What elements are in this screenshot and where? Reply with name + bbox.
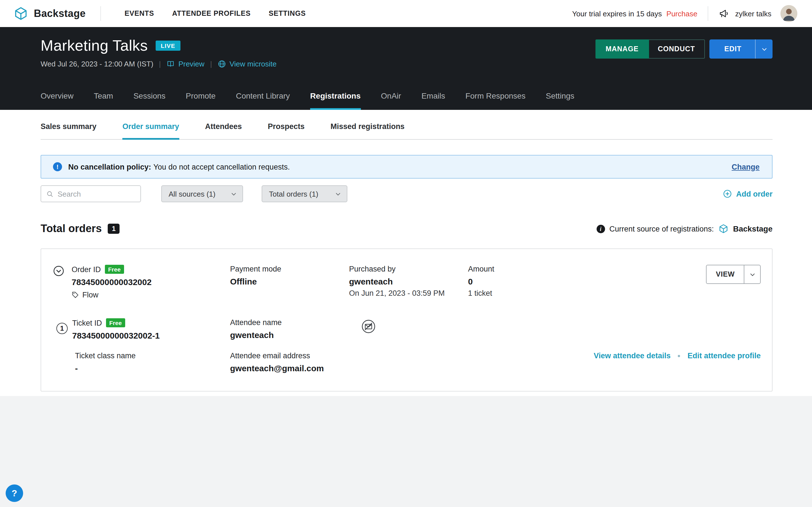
cancellation-policy-banner: ! No cancellation policy:You do not acce… <box>41 155 772 179</box>
conduct-button[interactable]: CONDUCT <box>649 40 705 59</box>
filters-row: All sources (1) Total orders (1) Add ord… <box>41 185 772 202</box>
chevron-down-icon <box>335 191 341 197</box>
navbar-divider <box>707 6 708 21</box>
tab-form-responses[interactable]: Form Responses <box>465 91 525 110</box>
ticket-id-value: 78345000000032002-1 <box>72 331 160 340</box>
subtab-missed-registrations[interactable]: Missed registrations <box>331 122 405 139</box>
ticket-class-label: Ticket class name <box>75 351 230 360</box>
amount-block: Amount 0 1 ticket <box>468 265 706 297</box>
change-policy-link[interactable]: Change <box>732 163 760 171</box>
edit-attendee-profile-link[interactable]: Edit attendee profile <box>688 351 761 360</box>
meta-separator: | <box>159 60 161 68</box>
view-microsite-label: View microsite <box>230 60 276 68</box>
tab-sessions[interactable]: Sessions <box>133 91 165 110</box>
ticket-row: 1 Ticket ID Free 78345000000032002-1 Att… <box>53 318 761 340</box>
tab-team[interactable]: Team <box>94 91 113 110</box>
orders-section-head: Total orders 1 i Current source of regis… <box>41 223 772 235</box>
avatar-photo <box>780 5 797 22</box>
tab-emails[interactable]: Emails <box>421 91 445 110</box>
event-datetime: Wed Jul 26, 2023 - 12:00 AM (IST) <box>41 60 153 68</box>
view-microsite-link[interactable]: View microsite <box>218 60 276 68</box>
source-label: Current source of registrations: <box>609 224 714 233</box>
navbar-divider <box>100 6 101 21</box>
nav-item-events[interactable]: EVENTS <box>124 10 154 17</box>
ticket-index-badge: 1 <box>56 323 68 334</box>
ticket-class-block: Ticket class name - <box>53 351 230 373</box>
portal-name: zylker talks <box>735 9 771 18</box>
event-header: Marketing Talks LIVE Wed Jul 26, 2023 - … <box>0 27 812 110</box>
tab-onair[interactable]: OnAir <box>381 91 401 110</box>
tab-content-library[interactable]: Content Library <box>236 91 290 110</box>
subtab-order-summary[interactable]: Order summary <box>122 122 179 140</box>
page-background <box>0 396 812 507</box>
live-status-badge: LIVE <box>156 41 181 51</box>
chevron-down-icon <box>231 191 237 197</box>
order-id-value: 78345000000032002 <box>71 277 152 287</box>
amount-label: Amount <box>468 265 706 273</box>
registrations-subtabs: Sales summary Order summary Attendees Pr… <box>41 110 772 140</box>
total-orders-title: Total orders <box>41 223 102 235</box>
backstage-logo-icon <box>13 6 28 21</box>
attendee-name-block: Attendee name gwenteach <box>230 318 349 340</box>
purchased-on-date: On Jun 21, 2023 - 03:59 PM <box>349 289 468 297</box>
view-button-label: VIEW <box>707 270 744 278</box>
purchased-by-block: Purchased by gwenteach On Jun 21, 2023 -… <box>349 265 468 297</box>
ticket-id-block: Ticket ID Free 78345000000032002-1 <box>72 318 160 340</box>
add-order-label: Add order <box>736 189 772 198</box>
backstage-brand[interactable]: Backstage <box>13 6 86 21</box>
nav-item-settings[interactable]: SETTINGS <box>269 10 306 17</box>
nav-item-attendee-profiles[interactable]: ATTENDEE PROFILES <box>172 10 251 17</box>
chevron-down-icon[interactable] <box>756 46 772 52</box>
event-tabs: Overview Team Sessions Promote Content L… <box>41 91 772 110</box>
payment-mode-label: Payment mode <box>230 265 349 273</box>
event-title: Marketing Talks <box>41 37 148 54</box>
tab-registrations[interactable]: Registrations <box>310 91 361 110</box>
search-box <box>41 185 141 202</box>
subtab-prospects[interactable]: Prospects <box>268 122 305 139</box>
preview-link[interactable]: Preview <box>167 60 205 68</box>
orders-filter-dropdown[interactable]: Total orders (1) <box>262 185 347 202</box>
amount-value: 0 <box>468 277 706 286</box>
ticket-class-value: - <box>75 363 230 373</box>
attendee-name-label: Attendee name <box>230 318 349 327</box>
sources-filter-value: All sources (1) <box>168 189 231 198</box>
tag-icon <box>71 291 79 298</box>
dot-separator <box>678 355 680 357</box>
order-id-block: Order ID Free 78345000000032002 Flow <box>71 265 152 299</box>
attendee-links: View attendee details Edit attendee prof… <box>349 351 761 360</box>
avatar[interactable] <box>780 5 797 22</box>
source-name: Backstage <box>733 224 772 233</box>
registrations-content: Sales summary Order summary Attendees Pr… <box>0 110 812 396</box>
order-source-flow: Flow <box>82 291 98 299</box>
tab-promote[interactable]: Promote <box>186 91 216 110</box>
banner-text: No cancellation policy:You do not accept… <box>68 163 290 171</box>
email-not-sent-icon[interactable] <box>361 320 375 334</box>
view-order-button[interactable]: VIEW <box>706 265 761 284</box>
chevron-down-icon[interactable] <box>744 271 760 277</box>
view-attendee-details-link[interactable]: View attendee details <box>594 351 671 360</box>
search-input[interactable] <box>57 189 136 198</box>
sources-filter-dropdown[interactable]: All sources (1) <box>161 185 243 202</box>
subtab-sales-summary[interactable]: Sales summary <box>41 122 96 139</box>
collapse-order-icon[interactable] <box>53 265 64 299</box>
manage-button[interactable]: MANAGE <box>596 40 649 59</box>
help-button[interactable]: ? <box>6 485 23 502</box>
registration-source-note: i Current source of registrations: Backs… <box>596 224 772 234</box>
edit-button[interactable]: EDIT <box>709 40 772 59</box>
free-badge: Free <box>106 318 125 327</box>
tab-settings[interactable]: Settings <box>546 91 574 110</box>
payment-mode-value: Offline <box>230 277 349 286</box>
banner-message: You do not accept cancellation requests. <box>153 163 290 171</box>
tab-overview[interactable]: Overview <box>41 91 73 110</box>
add-order-button[interactable]: Add order <box>723 189 772 198</box>
purchased-by-value: gwenteach <box>349 277 468 286</box>
ticket-details-row: Ticket class name - Attendee email addre… <box>53 351 761 373</box>
purchase-link[interactable]: Purchase <box>666 9 698 18</box>
subtab-attendees[interactable]: Attendees <box>205 122 242 139</box>
edit-button-label: EDIT <box>709 45 755 53</box>
attendee-email-label: Attendee email address <box>230 351 349 360</box>
free-badge: Free <box>105 265 124 274</box>
ticket-id-label: Ticket ID <box>72 319 102 327</box>
attendee-name-value: gwenteach <box>230 330 349 340</box>
announcements-icon[interactable] <box>718 8 729 19</box>
